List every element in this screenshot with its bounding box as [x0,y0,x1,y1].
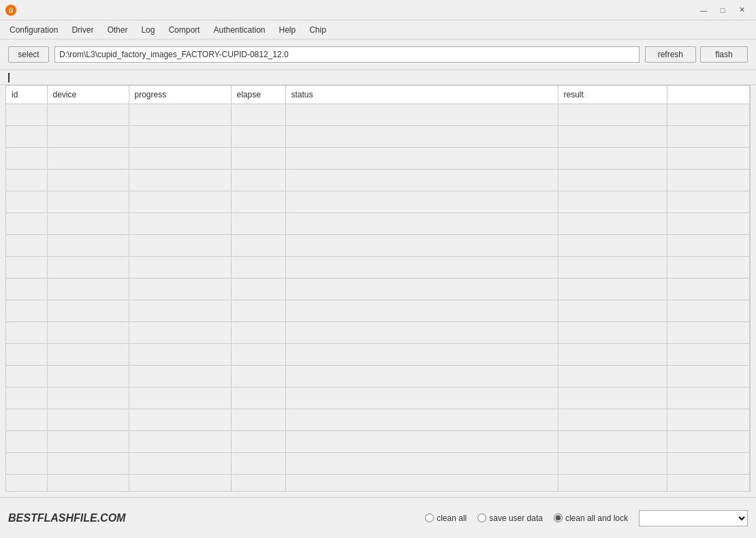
table-row [6,257,750,279]
table-container: id device progress elapse status result [0,85,756,497]
table-row [6,191,750,213]
col-header-result: result [558,86,667,104]
menu-comport[interactable]: Comport [161,22,206,37]
radio-clean-all[interactable]: clean all [425,513,467,523]
radio-clean-all-and-lock-label: clean all and lock [565,513,628,523]
footer: BESTFLASHFILE.COM clean all save user da… [0,497,756,538]
flash-option-dropdown[interactable] [639,510,748,526]
refresh-button[interactable]: refresh [645,46,696,63]
radio-save-user-data-input[interactable] [477,513,486,522]
table-header-row: id device progress elapse status result [6,86,750,104]
sub-toolbar [0,70,756,85]
col-header-status: status [285,86,558,104]
footer-options: clean all save user data clean all and l… [425,510,748,526]
close-button[interactable]: ✕ [733,3,751,17]
table-row [6,148,750,170]
radio-clean-all-and-lock[interactable]: clean all and lock [554,513,628,523]
cursor-indicator [8,73,10,82]
table-row [6,387,750,409]
right-buttons: refresh flash [645,46,748,63]
path-input[interactable] [54,46,640,63]
radio-save-user-data[interactable]: save user data [477,513,543,523]
menu-driver[interactable]: Driver [65,22,100,37]
title-bar: M — □ ✕ [0,0,756,20]
data-table: id device progress elapse status result [6,86,750,492]
table-row [6,344,750,366]
menu-help[interactable]: Help [272,22,303,37]
table-body [6,104,750,492]
table-row [6,104,750,126]
table-row [6,409,750,431]
table-row [6,431,750,453]
table-row [6,235,750,257]
title-bar-left: M [5,5,16,16]
table-row [6,170,750,191]
radio-clean-all-input[interactable] [425,513,434,522]
select-button[interactable]: select [8,46,49,63]
table-row [6,300,750,322]
radio-clean-all-and-lock-input[interactable] [554,513,563,522]
radio-clean-all-label: clean all [437,513,467,523]
col-header-progress: progress [129,86,231,104]
footer-brand: BESTFLASHFILE.COM [8,512,125,524]
col-header-elapse: elapse [231,86,285,104]
menu-configuration[interactable]: Configuration [3,22,65,37]
table-row [6,213,750,235]
menu-other[interactable]: Other [100,22,134,37]
svg-text:M: M [7,7,14,14]
toolbar: select refresh flash [0,39,756,70]
table-row [6,322,750,344]
menu-authentication[interactable]: Authentication [206,22,272,37]
table-scroll: id device progress elapse status result [5,85,751,492]
minimize-button[interactable]: — [695,3,712,17]
col-header-device: device [47,86,129,104]
col-header-extra [667,86,750,104]
radio-save-user-data-label: save user data [489,513,543,523]
table-row [6,366,750,387]
menu-chip[interactable]: Chip [302,22,333,37]
app-icon: M [5,5,16,16]
col-header-id: id [6,86,47,104]
title-bar-controls: — □ ✕ [695,3,751,17]
menu-log[interactable]: Log [134,22,161,37]
flash-button[interactable]: flash [700,46,748,63]
table-row [6,453,750,475]
maximize-button[interactable]: □ [714,3,731,17]
table-row [6,475,750,492]
table-row [6,126,750,148]
menu-bar: Configuration Driver Other Log Comport A… [0,20,756,39]
table-row [6,279,750,300]
